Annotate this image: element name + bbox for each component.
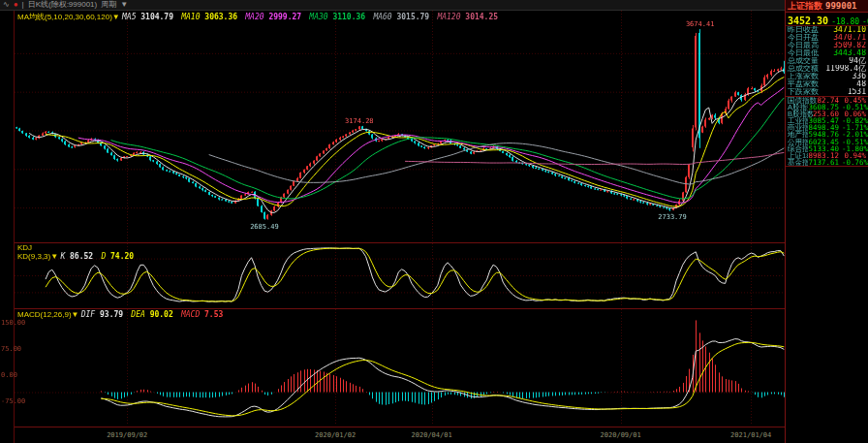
stat-row: 下跌家数1531 — [786, 88, 868, 96]
chevron-down-icon[interactable]: ▼ — [50, 252, 58, 261]
index-list-item[interactable]: 地产指数5948.76-2.01% — [786, 131, 868, 138]
wave-icon[interactable]: ∿ — [3, 0, 10, 9]
ma-header: MA均线(5,10,20,30,60,120)▼ MA5 3104.79 MA1… — [17, 13, 504, 21]
index-list-item[interactable]: A股指数3608.75-0.51% — [786, 104, 868, 111]
index-list-item[interactable]: 商业指数8498.49-1.71% — [786, 124, 868, 131]
main-candlestick-chart[interactable] — [15, 11, 786, 242]
kdj-panel-title[interactable]: KDJ — [17, 244, 32, 252]
stat-row: 总成交量94亿 — [786, 57, 868, 65]
stat-row: 今日最高3509.82 — [786, 42, 868, 49]
chart-type-label[interactable]: 日K线(除权:999001) — [28, 0, 98, 9]
date-tick-label: 2020/01/02 — [315, 431, 356, 439]
index-list-item[interactable]: 综合指数5133.40-1.80% — [786, 145, 868, 152]
date-tick-label: 2021/01/04 — [730, 431, 771, 439]
chevron-down-icon[interactable]: ▼ — [120, 0, 128, 9]
stat-row: 总成交额11998.4亿 — [786, 65, 868, 73]
stat-row: 昨日收盘3471.10 — [786, 26, 868, 34]
symbol-code: 999001 — [825, 1, 857, 11]
macd-readout: MACD 7.53 — [181, 310, 223, 319]
price-change: -18.80 — [831, 17, 859, 26]
period-label[interactable]: 周期 — [101, 0, 116, 9]
ma5-readout: MA5 3104.79 — [122, 13, 173, 21]
record-dot-icon: ● — [14, 0, 18, 9]
ma120-readout: MA120 3014.25 — [437, 13, 498, 21]
ma-settings-label[interactable]: MA均线(5,10,20,30,60,120) — [17, 13, 112, 21]
index-list-item[interactable]: 公用指数6023.45-0.51% — [786, 139, 868, 145]
stat-row: 今日开盘3470.71 — [786, 34, 868, 42]
index-list-item[interactable]: 工业指数3085.47-0.82% — [786, 117, 868, 124]
index-list-item[interactable]: 国债指数82.740.45% — [786, 97, 868, 104]
quote-sidebar: 上证指数999001 3452.30-18.80-0.54% 昨日收盘3471.… — [786, 0, 868, 443]
top-toolbar: ∿●|日K线(除权:999001)周期▼ — [0, 0, 785, 11]
macd-axis-label: -75.00 — [1, 398, 14, 405]
toolbar-separator: | — [22, 0, 24, 9]
last-price: 3452.30 — [788, 16, 828, 26]
stat-row: 平盘家数48 — [786, 80, 868, 88]
date-axis: 2019/09/02 2020/01/02 2020/04/01 2020/09… — [0, 427, 785, 443]
index-list-box: 国债指数82.740.45% A股指数3608.75-0.51% B股指数253… — [786, 97, 868, 167]
ma10-readout: MA10 3063.36 — [181, 13, 237, 21]
macd-header: MACD(12,26,9)▼ DIF 93.79 DEA 90.02 MACD … — [17, 310, 229, 319]
d-readout: D 74.20 — [101, 252, 134, 261]
symbol-name: 上证指数 — [788, 1, 822, 11]
macd-indicator-chart[interactable] — [15, 309, 786, 426]
dea-readout: DEA 90.02 — [131, 310, 172, 319]
price-change-pct: -0.54% — [862, 17, 868, 26]
date-tick-label: 2019/09/02 — [107, 431, 147, 439]
main-kdj-divider — [15, 242, 785, 243]
kdj-header: KD(9,3,3)▼ K 86.52 D 74.20 — [17, 252, 140, 261]
quote-stats-box: 昨日收盘3471.10 今日开盘3470.71 今日最高3509.82 今日最低… — [786, 26, 868, 97]
stat-row: 今日最低3443.48 — [786, 49, 868, 57]
macd-axis-label: 75.00 — [1, 346, 14, 353]
price-row: 3452.30-18.80-0.54% — [786, 13, 868, 26]
kd-formula-label[interactable]: KD(9,3,3) — [17, 252, 50, 261]
macd-axis-label: 150.00 — [1, 320, 14, 327]
chevron-down-icon[interactable]: ▼ — [112, 13, 120, 21]
index-list-item[interactable]: 基金指数7137.61-0.76% — [786, 159, 868, 166]
ma60-readout: MA60 3015.79 — [373, 13, 429, 21]
trading-terminal-window: ∿●|日K线(除权:999001)周期▼ MA均线(5,10,20,30,60,… — [0, 0, 868, 443]
ma20-readout: MA20 2999.27 — [245, 13, 301, 21]
macd-formula-label[interactable]: MACD(12,26,9) — [17, 310, 72, 319]
ma30-readout: MA30 3110.36 — [309, 13, 365, 21]
index-list-item[interactable]: 上证1808983.120.94% — [786, 152, 868, 159]
date-tick-label: 2020/09/01 — [601, 431, 641, 439]
dif-readout: DIF 93.79 — [81, 310, 123, 319]
index-list-item[interactable]: B股指数253.600.06% — [786, 111, 868, 117]
date-tick-label: 2020/04/01 — [412, 431, 452, 439]
macd-axis-label: 0.00 — [1, 372, 14, 379]
kdj-macd-divider — [15, 308, 785, 309]
symbol-header[interactable]: 上证指数999001 — [786, 0, 868, 13]
stat-row: 上涨家数336 — [786, 73, 868, 80]
chevron-down-icon[interactable]: ▼ — [72, 310, 79, 319]
k-readout: K 86.52 — [60, 252, 93, 261]
